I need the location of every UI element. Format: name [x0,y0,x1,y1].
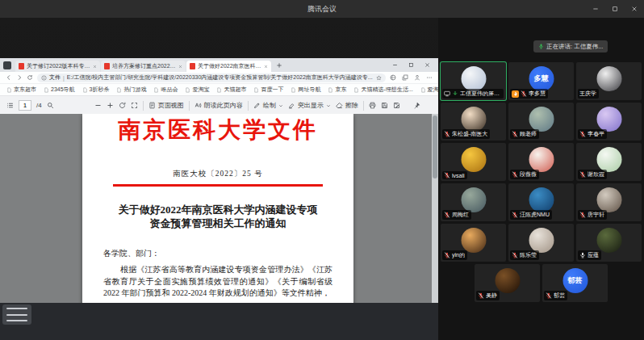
participant-tile[interactable]: 汪陈虎NMU [508,183,574,221]
participant-tile[interactable]: 李春平 [576,103,642,141]
bookmark-item[interactable]: 天猫超市 [216,86,246,94]
participant-tile[interactable]: 谢欣霞 [576,143,642,181]
muted-mic-icon [512,212,518,218]
bookmark-item[interactable]: 2345导航 [44,86,75,94]
bookmark-page-icon [153,87,159,93]
tab-close-icon[interactable] [264,65,268,69]
tab-close-icon[interactable] [93,65,97,69]
bookmark-item[interactable]: 天猫精选-理想生活... [353,86,412,94]
bookmarks-overflow-button[interactable] [425,86,432,93]
chevron-down-icon [278,103,283,108]
bookmark-item[interactable]: 百度一下 [253,86,283,94]
browser-close-button[interactable] [424,62,430,68]
avatar [529,187,554,212]
page-scrollbar[interactable] [432,114,438,303]
participant-tile[interactable]: 郁芸郁芸 [542,264,608,302]
menu-icon[interactable] [426,74,433,81]
print-button[interactable] [369,102,376,109]
participant-tile[interactable]: 顾老师 [508,103,574,141]
tab-close-icon[interactable] [178,65,182,69]
participant-tile[interactable]: 王庆学 [576,62,642,100]
avatar: 郁芸 [562,268,588,293]
muted-mic-icon [512,171,518,178]
avatar [596,187,621,212]
bookmark-item[interactable]: 京东 [328,86,346,94]
participant-name: 王庆学 [579,90,596,98]
url-field[interactable]: 文件 | E:/工信院/校内主管部门/研究生院/学科建设/20220330内涵建… [37,73,386,82]
browser-tab-2[interactable]: 培养方案修订重点2022.pdf [101,61,186,72]
bookmark-item[interactable]: 唯品会 [153,86,178,94]
avatar [461,187,486,212]
muted-mic-icon [444,252,450,258]
participant-name: 工信夏伟的屏幕共享 [460,90,501,98]
participant-label: lvsali [442,171,467,179]
bookmark-item[interactable]: 热门游戏 [116,86,146,94]
pin-toolbar-button[interactable] [413,102,420,109]
bookmark-item[interactable]: 网址导航 [291,86,320,94]
participant-tile[interactable]: 段薇薇 [508,143,574,181]
bookmark-item[interactable]: 爱淘宝 [185,86,209,94]
new-tab-button[interactable] [276,62,282,69]
browser-maximize-button[interactable] [408,62,414,68]
participant-tile[interactable]: 应蕴 [576,224,642,262]
muted-mic-icon [521,90,527,97]
avatar [596,107,621,132]
save-button[interactable] [381,102,388,109]
url-text: E:/工信院/校内主管部门/研究生院/学科建设/20220330内涵建设专项资金… [67,73,374,82]
back-button[interactable] [6,74,12,81]
muted-mic-icon [444,212,450,218]
maximize-button[interactable] [612,6,618,12]
save-as-button[interactable] [393,102,400,109]
read-aloud-button[interactable]: 朗读此页内容 [194,101,243,110]
participant-label: 唐宇轩 [578,210,607,220]
participant-tile[interactable]: 朱松盛-南医大 [441,103,506,141]
forward-button[interactable] [16,74,23,81]
participant-tile[interactable]: 吴静 [475,264,540,302]
zoom-out-button[interactable] [94,102,102,109]
bookmark-label: 爱淘宝 [192,86,209,94]
participant-tile[interactable]: 周梅红 [441,183,506,221]
browser-tab-3-active[interactable]: 关于做好2022南京医科大学内涵... [186,61,271,72]
toc-button[interactable] [6,102,14,109]
participant-name: 应蕴 [588,251,599,259]
browser-minimize-button[interactable] [392,62,398,68]
participant-tile[interactable]: 工信夏伟的屏幕共享 [441,62,506,100]
collections-icon[interactable] [402,74,408,81]
participant-name: 陈乐莹 [520,251,537,259]
notes-widget[interactable] [2,304,31,325]
pdf-viewport[interactable]: 南京医科大学文件 南医大校〔2022〕25 号 关于做好2022年南京医科大学内… [0,114,438,303]
rotate-button[interactable] [119,102,126,109]
participant-tile[interactable]: 多慧李多慧 [508,62,574,100]
erase-button[interactable]: 擦除 [336,101,358,110]
scrollbar-thumb[interactable] [433,115,437,178]
info-icon [41,75,47,81]
muted-mic-icon [579,212,586,218]
fit-page-button[interactable] [131,102,138,109]
pdf-file-icon [19,63,24,69]
page-number-input[interactable] [19,100,31,111]
browser-tab-1[interactable]: 关于修订2022版本科专业人才培... [15,61,100,72]
extensions-icon[interactable] [390,74,396,81]
add-favorite-icon[interactable] [376,75,382,81]
close-button[interactable] [631,6,638,12]
bookmark-item[interactable]: 京东超市 [6,86,36,94]
muted-mic-icon [512,131,518,137]
participant-tile[interactable]: 陈乐莹 [508,224,574,262]
participant-tile[interactable]: lvsali [441,143,506,181]
participant-label: 段薇薇 [510,170,539,179]
minimize-button[interactable] [592,6,599,12]
page-view-button[interactable]: 页面视图 [148,101,184,110]
bookmark-item[interactable]: 3折秒杀 [82,86,110,94]
highlight-icon [288,102,295,109]
participant-tile[interactable]: 唐宇轩 [576,183,642,221]
muted-mic-icon [579,131,586,137]
profile-icon[interactable] [414,74,420,81]
search-button[interactable] [47,102,54,109]
bookmark-label: 热门游戏 [123,86,146,94]
participant-tile[interactable]: yin的 [441,224,506,262]
draw-button[interactable]: 绘制 [253,101,283,110]
refresh-button[interactable] [27,74,33,81]
zoom-in-button[interactable] [107,102,114,109]
highlight-button[interactable]: 突出显示 [288,101,331,110]
page-view-icon [148,102,156,109]
